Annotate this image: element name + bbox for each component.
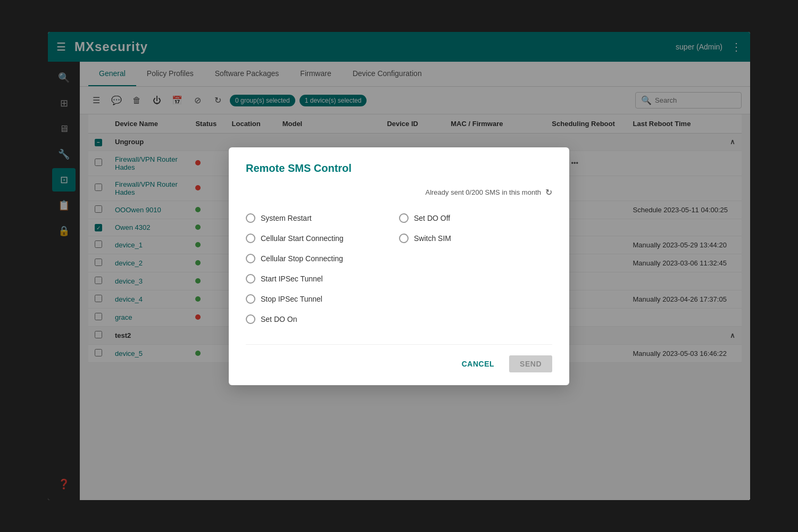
radio-label: Cellular Start Connecting [261,234,344,243]
radio-switch-sim[interactable]: Switch SIM [399,228,552,248]
radio-stop-ipsec[interactable]: Stop IPSec Tunnel [246,289,399,309]
radio-circle [246,213,255,223]
radio-label: System Restart [261,214,312,222]
radio-cellular-start[interactable]: Cellular Start Connecting [246,228,399,248]
radio-label: Start IPSec Tunnel [261,275,323,283]
send-button[interactable]: SEND [509,355,552,372]
modal-overlay: Remote SMS Control Already sent 0/200 SM… [48,32,750,500]
modal-sms-info: Already sent 0/200 SMS in this month ↻ [246,187,552,197]
radio-label: Cellular Stop Connecting [261,254,343,263]
radio-start-ipsec[interactable]: Start IPSec Tunnel [246,269,399,289]
sms-refresh-icon[interactable]: ↻ [545,187,552,197]
radio-circle [246,234,255,243]
sms-count-text: Already sent 0/200 SMS in this month [425,188,541,196]
radio-circle [246,254,255,263]
radio-set-do-off[interactable]: Set DO Off [399,208,552,228]
radio-label: Stop IPSec Tunnel [261,295,322,303]
radio-system-restart[interactable]: System Restart [246,208,399,228]
modal-footer: CANCEL SEND [246,344,552,372]
radio-label: Set DO Off [414,214,450,222]
radio-label: Switch SIM [414,234,451,243]
radio-circle [246,294,255,304]
radio-circle [399,213,409,223]
remote-sms-modal: Remote SMS Control Already sent 0/200 SM… [229,147,569,385]
radio-circle [399,234,409,243]
radio-cellular-stop[interactable]: Cellular Stop Connecting [246,248,399,269]
radio-circle [246,274,255,284]
cancel-button[interactable]: CANCEL [453,355,503,372]
radio-label: Set DO On [261,315,297,323]
modal-options: System Restart Set DO Off Cellular Start… [246,208,552,329]
radio-set-do-on[interactable]: Set DO On [246,309,399,329]
modal-title: Remote SMS Control [246,162,552,174]
radio-circle [246,314,255,324]
